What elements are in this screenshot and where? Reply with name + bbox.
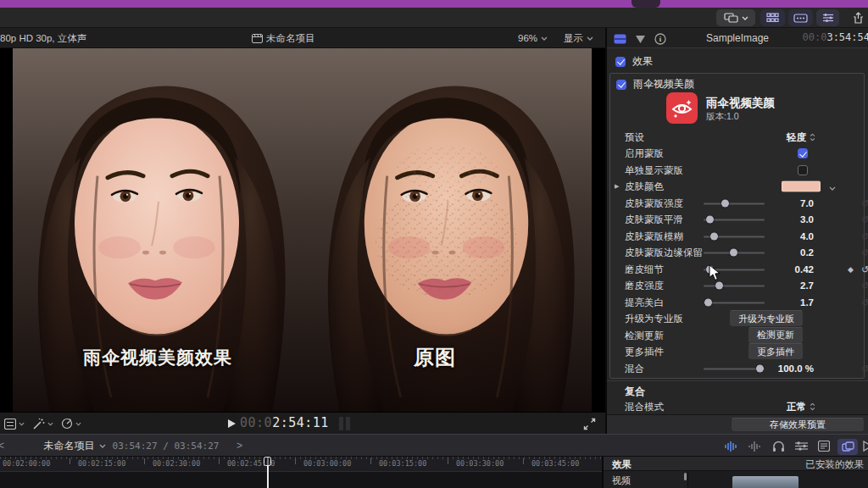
param-row-skin-mask-edge: 皮肤蒙版边缘保留0.2↺ — [607, 245, 868, 262]
blend-mode-row: 混合模式 正常 — [607, 398, 868, 415]
effects-browser-panel: 效果 已安装的效果 3 视频 — [602, 457, 868, 488]
playhead-handle[interactable] — [264, 457, 271, 466]
inspector-toggle-icon — [822, 13, 834, 23]
share-button[interactable] — [849, 9, 867, 26]
effect-version: 版本:1.0 — [706, 111, 739, 123]
param-label: 磨皮强度 — [625, 280, 664, 292]
param-row-skin-mask-strength: 皮肤蒙版强度7.0↺ — [607, 195, 868, 212]
workspace-switcher-button[interactable] — [716, 9, 755, 26]
ruler-tick-label: 00:02:30:00 — [153, 459, 200, 468]
param-value[interactable]: 2.7 — [766, 280, 814, 291]
timeline-duration: 03:54:27 / 03:54:27 — [113, 441, 220, 452]
reset-icon[interactable]: ↺ — [861, 280, 868, 291]
fullscreen-button[interactable] — [583, 416, 596, 431]
param-row-blend-amount: 混合100.0 %↺ — [607, 360, 868, 377]
param-value[interactable]: 100.0 % — [766, 363, 814, 374]
param-label: 皮肤蒙版强度 — [625, 197, 683, 209]
reset-icon[interactable]: ↺ — [861, 247, 868, 258]
audio-skimming-icon[interactable] — [745, 439, 765, 453]
param-slider[interactable] — [704, 249, 765, 257]
media-index-button[interactable] — [4, 416, 25, 431]
enhance-wand-button[interactable] — [32, 416, 53, 431]
param-value[interactable]: 1.7 — [766, 297, 814, 308]
effect-thumbnail[interactable] — [732, 476, 798, 488]
effects-browser-icon[interactable] — [837, 439, 858, 455]
clip-appearance-icon[interactable] — [791, 439, 811, 453]
effects-section-row: 效果 — [615, 54, 653, 69]
param-value[interactable]: 3.0 — [766, 214, 814, 225]
divider — [607, 380, 868, 381]
play-icon[interactable] — [228, 419, 236, 428]
reset-icon[interactable]: ↺ — [861, 263, 868, 274]
reset-icon[interactable]: ↺ — [861, 363, 868, 374]
param-button-check-update[interactable]: 检测更新 — [748, 327, 804, 344]
media-browser-icon[interactable] — [861, 439, 868, 453]
param-slider[interactable] — [704, 216, 765, 224]
timeline-ruler[interactable]: 00:02:00:0000:02:15:0000:02:30:0000:02:4… — [0, 457, 602, 471]
audio-meter[interactable] — [339, 417, 343, 430]
param-label: 更多插件 — [625, 346, 664, 358]
forward-arrow[interactable]: > — [236, 440, 242, 452]
ruler-tick-label: 00:03:00:00 — [303, 459, 351, 468]
ruler-tick — [219, 458, 220, 464]
keyframe-icon[interactable]: ◆ — [848, 265, 854, 274]
fullscreen-icon — [583, 418, 596, 430]
reset-icon[interactable]: ↺ — [861, 197, 868, 208]
eye-sparkle-icon — [666, 92, 698, 124]
param-slider[interactable] — [704, 364, 765, 372]
viewer-timecode[interactable]: 00:02:54:11 — [240, 415, 329, 430]
param-value[interactable]: 0.42 — [766, 264, 814, 274]
category-video[interactable]: 视频 — [612, 474, 631, 487]
view-menu[interactable]: 显示 — [564, 28, 593, 48]
param-value[interactable]: 7.0 — [766, 198, 814, 208]
format-info: 80p HD 30p, 立体声 — [0, 28, 86, 48]
inspector-toggle-button[interactable] — [816, 9, 839, 26]
solo-headphones-icon[interactable] — [769, 439, 787, 453]
clapperboard-icon — [252, 34, 263, 43]
zoom-level-menu[interactable]: 96% — [518, 28, 548, 48]
timeline-strip-button[interactable] — [788, 9, 813, 26]
param-slider[interactable] — [704, 298, 765, 306]
audio-meter[interactable] — [346, 417, 350, 430]
param-value[interactable]: 0.2 — [766, 247, 814, 258]
chevron-down-icon — [587, 36, 593, 41]
save-effect-preset-button[interactable]: 存储效果预置 — [731, 418, 865, 432]
ruler-tick-label: 00:02:00:00 — [3, 459, 50, 468]
timeline-project-menu[interactable]: 未命名项目 — [44, 439, 106, 453]
scrollbar[interactable] — [684, 473, 687, 480]
reset-icon[interactable]: ↺ — [861, 297, 868, 308]
param-popup[interactable]: 轻度 — [751, 130, 815, 143]
viewer-canvas: 雨伞视频美颜效果 原图 — [0, 48, 605, 412]
param-slider[interactable] — [704, 199, 765, 207]
param-label: 皮肤蒙版边缘保留 — [625, 247, 703, 259]
param-value[interactable]: 4.0 — [766, 231, 814, 241]
param-checkbox[interactable] — [798, 165, 808, 175]
reset-icon[interactable]: ↺ — [861, 230, 868, 241]
browser-grid-button[interactable] — [760, 9, 785, 26]
param-label: 检测更新 — [625, 329, 664, 341]
effects-checkbox[interactable] — [615, 57, 626, 67]
chevron-down-icon[interactable] — [829, 179, 836, 194]
ruler-tick — [370, 458, 371, 464]
param-button-more-plugins[interactable]: 更多插件 — [748, 343, 804, 360]
param-label: 启用蒙版 — [625, 147, 664, 160]
blend-mode-popup[interactable]: 正常 — [751, 400, 815, 413]
timeline-index-icon[interactable] — [815, 439, 833, 453]
chevron-down-icon — [541, 36, 548, 41]
param-label: 升级为专业版 — [625, 313, 683, 325]
enhance-wand-icon — [32, 418, 45, 430]
param-slider[interactable] — [704, 232, 765, 240]
effect-checkbox[interactable] — [616, 80, 626, 90]
disclosure-triangle-icon[interactable]: ▶ — [615, 183, 619, 190]
param-button-upgrade-pro[interactable]: 升级为专业版 — [729, 310, 804, 327]
param-checkbox[interactable] — [798, 148, 808, 158]
color-swatch[interactable] — [782, 181, 821, 192]
param-row-smooth-strength: 磨皮强度2.7↺ — [607, 278, 868, 295]
back-arrow[interactable]: < — [0, 440, 4, 452]
skimming-icon[interactable] — [721, 439, 742, 453]
retime-button[interactable] — [61, 416, 81, 431]
reset-icon[interactable]: ↺ — [861, 214, 868, 225]
caption-left: 雨伞视频美颜效果 — [83, 346, 232, 369]
timeline-body[interactable] — [0, 471, 602, 488]
top-accent-bar — [0, 0, 868, 8]
